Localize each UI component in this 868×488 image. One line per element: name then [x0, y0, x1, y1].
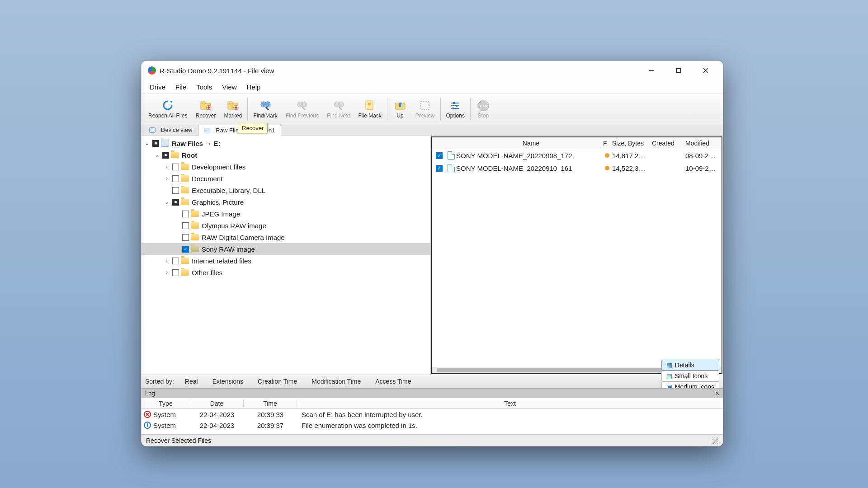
tree-checkbox[interactable]: ■	[172, 199, 179, 206]
status-text: Recover Selected Files	[146, 437, 211, 444]
svg-rect-32	[452, 108, 454, 109]
file-list-header[interactable]: Name F Size, Bytes Created Modified	[432, 137, 722, 149]
tree-checkbox[interactable]	[182, 234, 189, 241]
tree-checkbox[interactable]: ■	[162, 152, 169, 159]
log-close-button[interactable]: ×	[715, 389, 719, 398]
tree-item[interactable]: ⌄■Root	[142, 149, 430, 161]
toolbar-up[interactable]: Up	[389, 95, 411, 122]
log-col-text[interactable]: Text	[297, 400, 723, 407]
toolbar-file-mask[interactable]: File Mask	[354, 95, 386, 122]
tree-checkbox[interactable]	[172, 258, 179, 264]
file-row[interactable]: ✓ SONY MODEL-NAME_20220908_172 14,817,2……	[432, 149, 722, 162]
folder-icon	[191, 222, 199, 229]
file-row[interactable]: ✓ SONY MODEL-NAME_20220910_161 14,522,3……	[432, 162, 722, 174]
log-col-time[interactable]: Time	[244, 400, 297, 407]
tree-item[interactable]: Executable, Library, DLL	[142, 184, 430, 196]
tree-item[interactable]: ⌄■Graphics, Picture	[142, 196, 430, 208]
tree-checkbox[interactable]	[182, 222, 189, 229]
log-col-date[interactable]: Date	[190, 400, 244, 407]
tab-device-view[interactable]: Device view	[143, 124, 198, 136]
tree-root[interactable]: ⌄■Raw Files → E:	[142, 137, 430, 149]
find-next-icon	[331, 99, 346, 112]
sort-label: Sorted by:	[145, 378, 174, 385]
log-columns[interactable]: Type Date Time Text	[142, 398, 723, 409]
folder-icon	[181, 199, 189, 205]
svg-point-15	[265, 102, 270, 107]
tab-icon	[149, 127, 156, 133]
log-header[interactable]: Log ×	[142, 388, 723, 398]
view-small-icons[interactable]: ▤Small Icons	[661, 371, 719, 381]
tree-item[interactable]: Olympus RAW image	[142, 220, 430, 231]
sort-access-time[interactable]: Access Time	[369, 376, 417, 386]
minimize-button[interactable]	[638, 61, 665, 80]
toolbar-recover-marked[interactable]: Marked	[220, 95, 246, 122]
mask-icon	[363, 99, 377, 112]
menu-view[interactable]: View	[217, 82, 241, 92]
col-name[interactable]: Name	[456, 140, 603, 147]
sort-modification-time[interactable]: Modification Time	[305, 376, 367, 386]
menu-file[interactable]: File	[171, 82, 191, 92]
tree-item[interactable]: ›Internet related files	[142, 255, 430, 267]
col-modified[interactable]: Modified	[685, 140, 722, 147]
svg-rect-1	[677, 69, 681, 73]
tree-label: Root	[182, 151, 197, 159]
tree-checkbox[interactable]	[172, 175, 179, 182]
tree-label: Sony RAW image	[202, 245, 255, 253]
log-text: Scan of E: has been interrupted by user.	[297, 411, 723, 418]
log-date: 22-04-2023	[190, 422, 244, 429]
col-size[interactable]: Size, Bytes	[612, 140, 652, 147]
log-time: 20:39:37	[244, 422, 297, 429]
tree-item[interactable]: RAW Digital Camera Image	[142, 231, 430, 243]
file-checkbox[interactable]: ✓	[436, 165, 443, 172]
tree-checkbox[interactable]: ■	[152, 140, 159, 147]
tree-item[interactable]: ›Other files	[142, 267, 430, 278]
menu-drive[interactable]: Drive	[145, 82, 170, 92]
recover-marked-icon	[226, 99, 240, 112]
tree-item[interactable]: ✓Sony RAW image	[142, 243, 430, 255]
close-button[interactable]	[692, 61, 719, 80]
expander-icon[interactable]: ⌄	[163, 199, 170, 205]
expander-icon[interactable]: ›	[163, 164, 170, 170]
tree-checkbox[interactable]: ✓	[182, 246, 189, 253]
options-icon	[448, 99, 462, 112]
sort-creation-time[interactable]: Creation Time	[251, 376, 303, 386]
col-created[interactable]: Created	[652, 140, 685, 147]
folder-icon	[191, 211, 199, 217]
sort-extensions[interactable]: Extensions	[206, 376, 250, 386]
view-icon: ▤	[666, 372, 672, 380]
expander-icon[interactable]: ⌄	[153, 152, 160, 158]
toolbar-recover[interactable]: Recover	[192, 95, 220, 122]
titlebar[interactable]: R-Studio Demo 9.2.191144 - File view	[142, 61, 723, 80]
tree-pane[interactable]: ⌄■Raw Files → E:⌄■Root›Development files…	[142, 136, 431, 375]
tree-item[interactable]: ›Document	[142, 173, 430, 184]
toolbar-options[interactable]: Options	[442, 95, 469, 122]
log-row[interactable]: i System 22-04-2023 20:39:37 File enumer…	[142, 420, 723, 431]
view-details[interactable]: ▦Details	[661, 360, 719, 371]
col-f[interactable]: F	[603, 140, 612, 147]
expander-icon[interactable]: ›	[163, 175, 170, 182]
file-list[interactable]: ✓ SONY MODEL-NAME_20220908_172 14,817,2……	[432, 149, 722, 367]
tree-item[interactable]: ›Development files	[142, 161, 430, 173]
expander-icon[interactable]: ›	[163, 269, 170, 276]
sort-real[interactable]: Real	[179, 376, 204, 386]
tree-checkbox[interactable]	[172, 164, 179, 170]
menu-tools[interactable]: Tools	[192, 82, 217, 92]
log-row[interactable]: System 22-04-2023 20:39:33 Scan of E: ha…	[142, 409, 723, 420]
menu-help[interactable]: Help	[242, 82, 265, 92]
tree-item[interactable]: JPEG Image	[142, 208, 430, 220]
tree-checkbox[interactable]	[182, 211, 189, 217]
toolbar-reopen-all-files[interactable]: Reopen All Files	[144, 95, 192, 122]
folder-icon	[181, 164, 189, 170]
toolbar: Reopen All FilesRecoverMarkedFind/MarkFi…	[142, 94, 723, 124]
statusbar: Recover Selected Files	[142, 434, 723, 446]
tree-checkbox[interactable]	[172, 269, 179, 276]
file-checkbox[interactable]: ✓	[436, 152, 443, 159]
log-col-type[interactable]: Type	[142, 400, 190, 407]
tree-checkbox[interactable]	[172, 187, 179, 194]
toolbar-find/mark[interactable]: Find/Mark	[249, 95, 281, 122]
recover-icon	[198, 99, 213, 112]
maximize-button[interactable]	[665, 61, 692, 80]
expander-icon[interactable]: ›	[163, 258, 170, 264]
resize-grip[interactable]	[712, 437, 718, 444]
log-body[interactable]: System 22-04-2023 20:39:33 Scan of E: ha…	[142, 409, 723, 434]
